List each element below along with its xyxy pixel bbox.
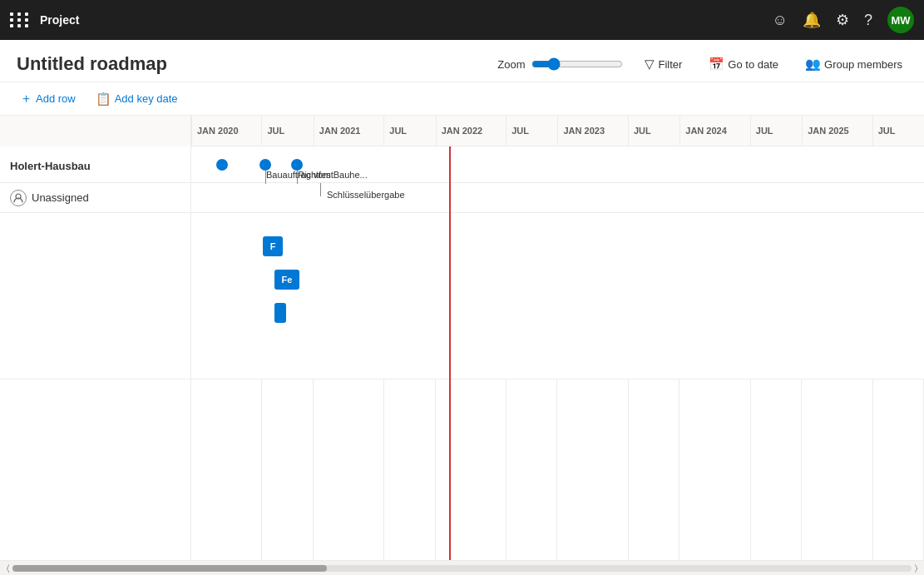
apps-button[interactable]	[10, 12, 30, 27]
milestone-2[interactable]	[259, 159, 271, 171]
zoom-label: Zoom	[497, 58, 525, 71]
topnav: Project ☺ 🔔 ⚙ ? MW	[0, 0, 924, 40]
go-to-date-button[interactable]: 📅 Go to date	[704, 53, 783, 75]
scroll-left-arrow[interactable]: 〈	[3, 563, 12, 573]
timeline-month-5: JUL	[506, 116, 557, 146]
milestone-3[interactable]	[291, 159, 303, 171]
header-actions: Zoom ▽ Filter 📅 Go to date 👥 Group membe…	[497, 53, 907, 75]
milestone-3-label: Richtfest	[298, 170, 334, 180]
empty-row	[0, 213, 190, 379]
timeline-month-7: JUL	[628, 116, 679, 146]
timeline-month-11: JUL	[872, 116, 924, 146]
assignee-row: Unassigned	[0, 183, 190, 213]
task-bar-fe[interactable]: Fe	[274, 270, 299, 290]
today-line	[449, 146, 451, 560]
toolbar: ＋ Add row 📋 Add key date	[0, 82, 924, 116]
add-row-label: Add row	[36, 92, 76, 105]
timeline-header-row: JAN 2020JULJAN 2021JULJAN 2022JULJAN 202…	[0, 116, 924, 146]
timeline-month-1: JUL	[261, 116, 313, 146]
add-row-button[interactable]: ＋ Add row	[17, 89, 79, 108]
bottom-scrollbar[interactable]: 〈 〉	[0, 560, 924, 575]
milestone-4-stem	[320, 183, 321, 196]
task-bar-small[interactable]	[274, 303, 286, 323]
nav-icons: ☺ 🔔 ⚙ ? MW	[773, 7, 914, 33]
zoom-control: Zoom	[497, 57, 623, 71]
row-backgrounds	[191, 146, 924, 379]
page-title: Untitled roadmap	[17, 53, 167, 75]
timeline-month-4: JAN 2022	[436, 116, 506, 146]
key-date-icon: 📋	[96, 92, 111, 107]
filter-button[interactable]: ▽ Filter	[640, 53, 687, 75]
go-to-date-label: Go to date	[728, 58, 778, 71]
zoom-slider[interactable]	[531, 57, 623, 71]
assignee-name: Unassigned	[32, 191, 89, 204]
plus-icon: ＋	[20, 91, 32, 107]
page-header: Untitled roadmap Zoom ▽ Filter 📅 Go to d…	[0, 40, 924, 82]
timeline-header: JAN 2020JULJAN 2021JULJAN 2022JULJAN 202…	[191, 116, 924, 146]
timeline-month-8: JAN 2024	[679, 116, 749, 146]
timeline-month-3: JUL	[383, 116, 435, 146]
milestone-1[interactable]	[216, 159, 228, 171]
timeline-month-6: JAN 2023	[557, 116, 627, 146]
bell-icon[interactable]: 🔔	[803, 11, 821, 29]
left-spacer	[0, 116, 191, 146]
settings-icon[interactable]: ⚙	[836, 11, 849, 29]
scroll-right-arrow[interactable]: 〉	[912, 563, 921, 573]
scroll-track[interactable]	[12, 565, 912, 572]
add-key-date-button[interactable]: 📋 Add key date	[92, 90, 181, 108]
people-icon: 👥	[805, 57, 821, 72]
add-key-date-label: Add key date	[115, 92, 178, 105]
emoji-icon[interactable]: ☺	[773, 12, 788, 29]
row-bg-empty	[191, 213, 924, 379]
group-name: Holert-Hausbau	[10, 160, 91, 172]
filter-label: Filter	[658, 58, 682, 71]
gantt-container: JAN 2020JULJAN 2021JULJAN 2022JULJAN 202…	[0, 116, 924, 560]
timeline-month-0: JAN 2020	[191, 116, 261, 146]
app-title: Project	[40, 13, 763, 27]
group-members-button[interactable]: 👥 Group members	[800, 53, 907, 75]
timeline-month-2: JAN 2021	[314, 116, 383, 146]
user-avatar[interactable]: MW	[887, 7, 914, 33]
gantt-body: Holert-Hausbau Unassigned	[0, 146, 924, 560]
milestone-4-label: Schlüsselübergabe	[327, 190, 405, 200]
row-bg-assignee	[191, 183, 924, 213]
timeline-month-9: JUL	[750, 116, 802, 146]
assignee-icon	[10, 190, 27, 206]
scroll-thumb[interactable]	[12, 565, 327, 572]
group-members-label: Group members	[824, 58, 902, 71]
calendar-icon: 📅	[709, 57, 724, 72]
left-panel: Holert-Hausbau Unassigned	[0, 146, 191, 560]
timeline-month-10: JAN 2025	[802, 116, 872, 146]
filter-icon: ▽	[645, 57, 655, 72]
task-bar-f[interactable]: F	[263, 236, 283, 256]
help-icon[interactable]: ?	[864, 12, 872, 29]
chart-area[interactable]: Bauauftrag vom Bauhe... Richtfest Schlüs…	[191, 146, 924, 560]
group-row: Holert-Hausbau	[0, 146, 190, 183]
